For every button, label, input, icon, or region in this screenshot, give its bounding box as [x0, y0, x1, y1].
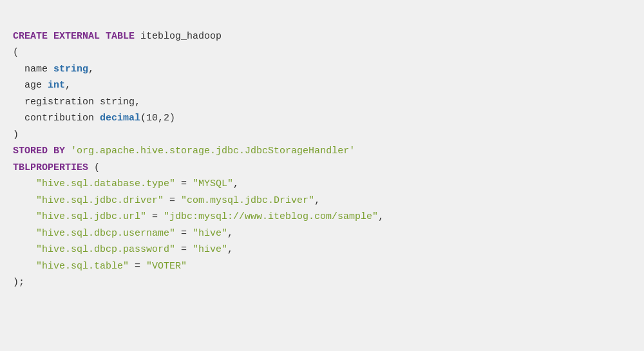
string-value: "VOTER" — [146, 261, 187, 272]
code-line: ( — [13, 44, 631, 61]
plain-text: registration — [13, 97, 100, 108]
string-value: "jdbc:mysql://www.iteblog.com/sample" — [164, 211, 378, 222]
code-line: contribution decimal(10,2) — [13, 110, 631, 127]
keyword-purple: TABLE — [106, 31, 135, 42]
plain-text — [13, 178, 36, 189]
plain-text: , — [314, 195, 320, 206]
keyword-purple: STORED — [13, 146, 48, 157]
code-line: name string, — [13, 61, 631, 78]
plain-text: = — [164, 195, 181, 206]
keyword-purple: BY — [53, 146, 65, 157]
plain-text — [13, 261, 36, 272]
keyword-blue: int — [48, 80, 65, 91]
code-line: STORED BY 'org.apache.hive.storage.jdbc.… — [13, 143, 631, 160]
string-value: "hive.sql.dbcp.username" — [36, 228, 175, 239]
keyword-purple: TBLPROPERTIES — [13, 162, 88, 173]
plain-text — [13, 211, 36, 222]
plain-text — [48, 31, 53, 42]
code-line: "hive.sql.jdbc.driver" = "com.mysql.jdbc… — [13, 193, 631, 209]
plain-text: , — [233, 178, 239, 189]
plain-text: = — [146, 211, 164, 222]
code-line: CREATE EXTERNAL TABLE iteblog_hadoop — [13, 28, 631, 45]
plain-text: , — [88, 64, 94, 75]
code-line: "hive.sql.jdbc.url" = "jdbc:mysql://www.… — [13, 209, 631, 225]
plain-text: = — [175, 228, 193, 239]
string-value: "hive.sql.jdbc.url" — [36, 211, 146, 222]
string-value: "hive" — [193, 244, 227, 255]
code-block: CREATE EXTERNAL TABLE iteblog_hadoop( na… — [13, 12, 631, 291]
keyword-purple: EXTERNAL — [53, 31, 100, 42]
string-value: "hive.sql.dbcp.password" — [36, 244, 175, 255]
code-line: "hive.sql.dbcp.username" = "hive", — [13, 225, 631, 242]
plain-text: , — [227, 228, 233, 239]
code-line: "hive.sql.database.type" = "MYSQL", — [13, 176, 631, 193]
code-line: registration string, — [13, 94, 631, 111]
plain-text — [65, 146, 71, 157]
keyword-purple: CREATE — [13, 31, 48, 42]
plain-text: , — [65, 80, 71, 91]
code-line: ) — [13, 127, 631, 144]
code-line: "hive.sql.dbcp.password" = "hive", — [13, 242, 631, 258]
plain-text: = — [175, 178, 193, 189]
plain-text: age — [13, 80, 48, 91]
plain-text: ( — [13, 47, 19, 58]
string-value: "hive" — [193, 228, 227, 239]
plain-text: = — [175, 244, 193, 255]
plain-text — [13, 195, 36, 206]
string-value: 'org.apache.hive.storage.jdbc.JdbcStorag… — [71, 146, 355, 157]
string-value: "hive.sql.database.type" — [36, 178, 175, 189]
code-line: age int, — [13, 77, 631, 94]
plain-text: = — [129, 261, 146, 272]
string-value: "com.mysql.jdbc.Driver" — [181, 195, 314, 206]
code-line: TBLPROPERTIES ( — [13, 160, 631, 176]
plain-text: iteblog_hadoop — [135, 31, 222, 42]
keyword-blue: string — [53, 64, 88, 75]
plain-text: , — [227, 244, 233, 255]
plain-text — [48, 146, 53, 157]
string-value: "MYSQL" — [193, 178, 233, 189]
string-value: "hive.sql.jdbc.driver" — [36, 195, 164, 206]
string-value: "hive.sql.table" — [36, 261, 129, 272]
plain-text: ( — [88, 162, 100, 173]
plain-text: name — [13, 64, 53, 75]
plain-text — [100, 31, 106, 42]
plain-text: ) — [13, 129, 19, 140]
code-line: ); — [13, 274, 631, 291]
keyword-blue: decimal — [100, 113, 140, 124]
plain-text: , — [378, 211, 384, 222]
plain-text: string, — [100, 97, 140, 108]
plain-text: (10,2) — [140, 113, 175, 124]
plain-text: contribution — [13, 113, 100, 124]
plain-text — [13, 228, 36, 239]
plain-text — [13, 244, 36, 255]
plain-text: ); — [13, 277, 24, 288]
code-line: "hive.sql.table" = "VOTER" — [13, 258, 631, 275]
